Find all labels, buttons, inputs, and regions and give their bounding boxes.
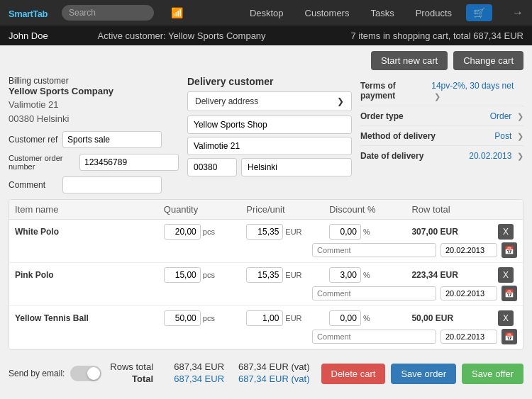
nav-products[interactable]: Products: [416, 8, 452, 18]
delivery-date-row-right: 20.02.2013 ❯: [469, 150, 523, 161]
comment-input-0[interactable]: [312, 243, 436, 257]
billing-address: Valimotie 21 00380 Helsinki: [9, 98, 179, 125]
item-qty-2: pcs: [164, 310, 247, 326]
delivery-date-value[interactable]: 20.02.2013: [469, 151, 511, 161]
comment-input-2[interactable]: [312, 330, 436, 344]
delivery-address-label: Delivery address: [195, 96, 258, 106]
billing-city: 00380 Helsinki: [9, 113, 69, 124]
change-cart-button[interactable]: Change cart: [453, 51, 523, 70]
order-number-label: Customer order number: [9, 154, 75, 171]
delivery-method-row-right: Post ❯: [494, 130, 523, 141]
total-vat: 687,34 EUR (vat): [238, 373, 309, 384]
currency-label-1: EUR: [285, 271, 301, 279]
item-price-1: EUR: [246, 267, 329, 283]
customer-bar: John Doe Active customer: Yellow Sports …: [0, 26, 532, 45]
date-input-2[interactable]: [440, 330, 497, 344]
send-by-email-toggle[interactable]: [70, 366, 101, 381]
order-type-label: Order type: [360, 111, 404, 121]
item-qty-1: pcs: [164, 267, 247, 283]
main-content: Billing customer Yellow Sports Company V…: [0, 76, 532, 356]
payment-terms-value[interactable]: 14pv-2%, 30 days net: [431, 81, 514, 91]
item-sub-row-1: 📅: [15, 286, 517, 301]
logout-icon[interactable]: →: [512, 6, 523, 19]
item-main-row: Yellow Tennis Ball pcs EUR % 50,00 EUR: [15, 310, 517, 326]
save-order-button[interactable]: Save order: [391, 364, 456, 384]
postal-input[interactable]: [187, 158, 237, 176]
brand-logo: SmartTab: [9, 6, 48, 21]
delivery-address-selector[interactable]: Delivery address ❯: [187, 91, 352, 111]
comment-row: Comment: [9, 176, 179, 193]
payment-terms-row: Terms of payment 14pv-2%, 30 days net ❯: [360, 76, 523, 106]
disc-input-1[interactable]: [329, 267, 361, 283]
currency-label-0: EUR: [285, 227, 301, 236]
qty-input-1[interactable]: [164, 267, 201, 283]
col-header-discount: Discount %: [329, 204, 412, 215]
disc-input-2[interactable]: [329, 310, 361, 326]
pct-label-2: %: [363, 314, 370, 322]
calendar-button-0[interactable]: 📅: [501, 242, 517, 258]
item-disc-1: %: [329, 267, 412, 283]
nav-customers[interactable]: Customers: [305, 8, 350, 18]
unit-label-1: pcs: [203, 271, 215, 279]
calendar-button-2[interactable]: 📅: [501, 329, 517, 344]
nav-tasks[interactable]: Tasks: [370, 8, 394, 18]
delivery-method-label: Method of delivery: [360, 131, 436, 141]
customer-ref-input[interactable]: [62, 131, 162, 148]
delete-item-0-button[interactable]: X: [498, 224, 514, 240]
send-by-email-label: Send by email:: [9, 369, 65, 378]
terms-section: Terms of payment 14pv-2%, 30 days net ❯ …: [360, 76, 523, 193]
top-navigation: SmartTab 📶 Desktop Customers Tasks Produ…: [0, 0, 532, 26]
disc-input-0[interactable]: [329, 224, 361, 240]
save-offer-button[interactable]: Save offer: [462, 364, 523, 384]
order-type-value[interactable]: Order: [490, 111, 512, 121]
order-number-row: Customer order number: [9, 154, 179, 171]
order-number-input[interactable]: [79, 154, 179, 171]
customer-ref-label: Customer ref: [9, 135, 58, 145]
item-disc-2: %: [329, 310, 412, 326]
bottom-action-buttons: Delete cart Save order Save offer: [321, 364, 524, 384]
item-price-2: EUR: [246, 310, 329, 326]
qty-input-0[interactable]: [164, 224, 201, 240]
start-new-cart-button[interactable]: Start new cart: [371, 51, 448, 70]
table-row: Yellow Tennis Ball pcs EUR % 50,00 EUR: [9, 306, 523, 349]
total-label: Total: [132, 373, 153, 384]
date-input-1[interactable]: [440, 286, 497, 300]
billing-heading: Billing customer: [9, 76, 179, 86]
delete-item-2-button[interactable]: X: [498, 310, 514, 326]
delivery-method-value[interactable]: Post: [494, 131, 511, 141]
delivery-date-row: Date of delivery 20.02.2013 ❯: [360, 146, 523, 165]
calendar-button-1[interactable]: 📅: [501, 286, 517, 301]
item-action-1: X: [494, 267, 517, 283]
col-header-qty: Quantity: [164, 204, 247, 215]
comment-input[interactable]: [62, 176, 162, 193]
customer-ref-row: Customer ref: [9, 131, 179, 148]
item-name-2: Yellow Tennis Ball: [15, 313, 164, 323]
delete-cart-button[interactable]: Delete cart: [321, 364, 386, 384]
price-input-2[interactable]: [246, 310, 283, 326]
payment-terms-row-right: 14pv-2%, 30 days net ❯: [431, 80, 523, 101]
nav-desktop[interactable]: Desktop: [250, 8, 284, 18]
search-input[interactable]: [62, 5, 154, 21]
qty-input-2[interactable]: [164, 310, 201, 326]
date-input-0[interactable]: [440, 243, 497, 257]
street-input[interactable]: [187, 137, 352, 155]
payment-terms-label: Terms of payment: [360, 81, 431, 101]
shop-name-input[interactable]: [187, 116, 352, 134]
item-price-0: EUR: [246, 224, 329, 240]
item-total-1: 223,34 EUR: [411, 270, 494, 280]
price-input-0[interactable]: [246, 224, 283, 240]
price-input-1[interactable]: [246, 267, 283, 283]
billing-company: Yellow Sports Company: [9, 86, 179, 96]
delete-item-1-button[interactable]: X: [498, 267, 514, 283]
city-input[interactable]: [241, 158, 352, 176]
delivery-method-row: Method of delivery Post ❯: [360, 126, 523, 146]
col-header-price: Price/unit: [246, 204, 329, 215]
totals-section: Rows total 687,34 EUR 687,34 EUR (vat) T…: [110, 361, 309, 386]
unit-label-0: pcs: [203, 227, 215, 236]
pct-label-0: %: [363, 227, 370, 236]
items-container: White Polo pcs EUR % 307,00 EUR: [9, 220, 523, 349]
cart-button[interactable]: 🛒: [466, 4, 492, 21]
col-header-name: Item name: [15, 204, 164, 215]
comment-input-1[interactable]: [312, 286, 436, 300]
item-sub-row-0: 📅: [15, 242, 517, 258]
